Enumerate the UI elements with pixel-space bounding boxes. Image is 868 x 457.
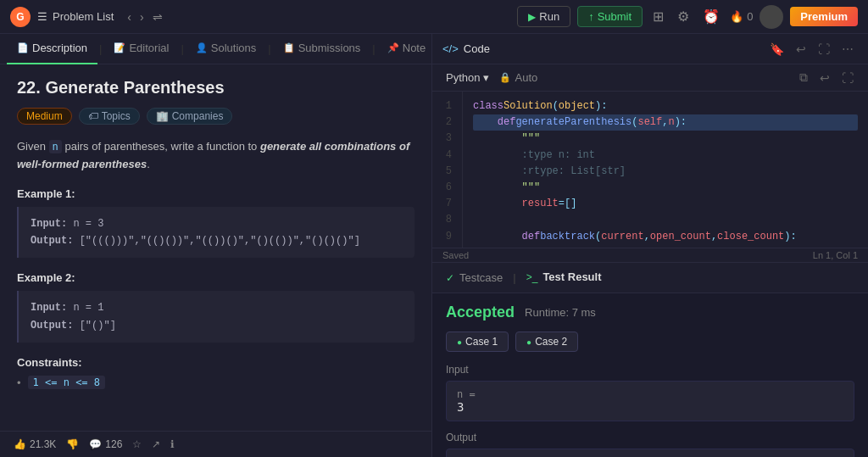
problem-description: Given n pairs of parentheses, write a fu… (17, 138, 415, 174)
runtime-text: Runtime: 7 ms (525, 306, 596, 319)
fire-icon: 🔥 (730, 10, 743, 23)
main-layout: 📄 Description | 📝 Editorial | 👤 Solution… (0, 34, 868, 457)
tab-solutions[interactable]: 👤 Solutions (186, 34, 266, 64)
code-line-4: :type n: int (473, 148, 858, 164)
testcase-label: Testcase (459, 271, 503, 284)
problem-list-link[interactable]: ☰ Problem List (37, 10, 114, 23)
code-status-bar: Saved Ln 1, Col 1 (432, 248, 868, 262)
run-button[interactable]: ▶ Run (517, 6, 570, 27)
test-result-tab[interactable]: >_ Test Result (523, 270, 605, 285)
testcase-tab[interactable]: ✓ Testcase (442, 271, 506, 284)
settings-code-button[interactable]: ⋯ (837, 40, 858, 59)
case-2-button[interactable]: ● Case 2 (515, 332, 578, 352)
output-box: ["((()))","(()())","(())()","()(())","()… (446, 449, 854, 457)
code-line-9: def backtrack(current, open_count, close… (473, 229, 858, 245)
code-tab-title: </> Code (442, 42, 490, 55)
prev-problem-button[interactable]: ‹ (124, 8, 135, 25)
example-1-block: Input: n = 3 Output: ["((()))","(()())",… (17, 207, 415, 259)
left-tab-bar: 📄 Description | 📝 Editorial | 👤 Solution… (0, 34, 431, 64)
bookmark-button[interactable]: ☆ (132, 438, 142, 450)
example-2-output: Output: ["()"] (31, 317, 403, 334)
editorial-icon: 📝 (114, 42, 125, 53)
note-icon: 📌 (387, 42, 399, 53)
tab-separator: | (513, 271, 515, 284)
output-label: Output (446, 432, 854, 443)
settings-button[interactable]: ⚙ (674, 5, 693, 28)
dislike-button[interactable]: 👎 (66, 438, 79, 450)
tab-editorial[interactable]: 📝 Editorial (103, 34, 179, 64)
code-content[interactable]: class Solution(object): def generatePare… (463, 92, 868, 248)
undo-button[interactable]: ↩ (815, 68, 834, 87)
case-row: ● Case 1 ● Case 2 (446, 332, 854, 352)
tab-divider-1: | (97, 42, 103, 55)
tab-description-label: Description (32, 42, 87, 54)
tab-note[interactable]: 📌 Note ✕ (377, 34, 432, 64)
test-result-label: Test Result (542, 270, 601, 283)
problem-name: Generate Parentheses (45, 78, 224, 97)
copy-code-button[interactable]: ⧉ (795, 68, 812, 87)
code-line-1: class Solution(object): (473, 98, 858, 114)
constraints-title: Constraints: (17, 356, 415, 369)
premium-button[interactable]: Premium (790, 7, 858, 26)
avatar[interactable] (760, 5, 783, 29)
problem-list-label: Problem List (53, 10, 114, 23)
accepted-status: Accepted (446, 304, 515, 321)
case-1-button[interactable]: ● Case 1 (446, 332, 509, 352)
submit-label: Submit (598, 10, 632, 23)
language-selector[interactable]: Python ▾ (442, 70, 492, 86)
shuffle-button[interactable]: ⇌ (149, 8, 166, 25)
input-var: n = (457, 388, 843, 400)
tab-divider-2: | (179, 42, 185, 55)
coins-display: 🔥 0 (730, 10, 753, 23)
input-box: n = 3 (446, 381, 854, 421)
bookmark-code-button[interactable]: 🔖 (765, 40, 788, 59)
bottom-bar: 👍 21.3K 👎 💬 126 ☆ ↗ ℹ (0, 431, 431, 457)
expand-code-button[interactable]: ⛶ (837, 68, 858, 87)
share-button[interactable]: ↗ (152, 438, 160, 450)
fullscreen-button[interactable]: ⛶ (814, 40, 834, 59)
constraint-item: • 1 <= n <= 8 (17, 376, 415, 389)
problem-title: 22. Generate Parentheses (17, 78, 415, 98)
test-content: Accepted Runtime: 7 ms ● Case 1 ● Case 2… (432, 293, 868, 457)
tab-divider-4: | (370, 42, 376, 55)
tab-description[interactable]: 📄 Description (7, 34, 97, 64)
layout-button[interactable]: ⊞ (649, 5, 667, 28)
companies-tag[interactable]: 🏢 Companies (147, 108, 233, 125)
submit-button[interactable]: ↑ Submit (577, 6, 643, 27)
companies-label: Companies (172, 110, 224, 122)
solutions-icon: 👤 (196, 42, 208, 53)
example-2-output-val: ["()"] (80, 320, 116, 332)
n-code: n (49, 140, 62, 153)
input-label: Input (446, 364, 854, 376)
info-button[interactable]: ℹ (170, 438, 175, 450)
saved-status: Saved (442, 250, 469, 260)
tag-icon: 🏷 (88, 110, 98, 122)
constraint-value: 1 <= n <= 8 (28, 376, 105, 389)
logo-icon: G (10, 7, 31, 27)
code-tab-bar: </> Code 🔖 ↩ ⛶ ⋯ (432, 34, 868, 64)
like-button[interactable]: 👍 21.3K (14, 438, 56, 450)
code-title-label: Code (464, 42, 490, 55)
code-toolbar: 🔖 ↩ ⛶ ⋯ (765, 40, 858, 59)
topics-tag[interactable]: 🏷 Topics (79, 108, 140, 125)
cursor-position: Ln 1, Col 1 (813, 250, 858, 260)
tab-submissions[interactable]: 📋 Submissions (273, 34, 371, 64)
tab-note-label: Note (403, 42, 426, 54)
code-section: </> Code 🔖 ↩ ⛶ ⋯ Python ▾ 🔒 (432, 34, 868, 263)
info-icon: ℹ (170, 438, 175, 450)
thumbs-up-icon: 👍 (14, 438, 26, 450)
list-icon: ☰ (37, 10, 47, 23)
likes-count: 21.3K (30, 438, 56, 450)
code-editor[interactable]: 12345 6789 class Solution(object): def g… (432, 92, 868, 248)
test-tab-bar: ✓ Testcase | >_ Test Result (432, 263, 868, 293)
example-1-input: Input: n = 3 (31, 215, 403, 232)
comment-button[interactable]: 💬 126 (89, 438, 122, 450)
next-problem-button[interactable]: › (136, 8, 147, 25)
case-2-dot: ● (526, 337, 531, 347)
top-navigation: G ☰ Problem List ‹ › ⇌ ▶ Run ↑ Submit ⊞ … (0, 0, 868, 34)
nav-right-section: ⊞ ⚙ ⏰ 🔥 0 Premium (649, 5, 858, 29)
timer-button[interactable]: ⏰ (699, 5, 723, 28)
reset-code-button[interactable]: ↩ (792, 40, 810, 59)
submissions-icon: 📋 (283, 42, 295, 53)
auto-save-indicator: 🔒 Auto (499, 71, 537, 84)
